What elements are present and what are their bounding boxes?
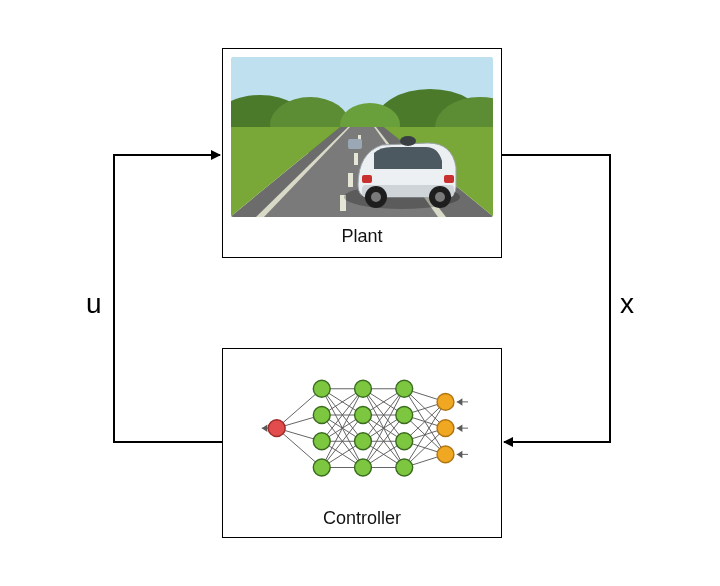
svg-point-87 bbox=[313, 459, 330, 476]
svg-rect-21 bbox=[444, 175, 454, 183]
svg-point-96 bbox=[437, 393, 454, 410]
svg-point-84 bbox=[313, 380, 330, 397]
svg-point-93 bbox=[396, 407, 413, 424]
svg-point-92 bbox=[396, 380, 413, 397]
signal-u-label: u bbox=[86, 288, 102, 320]
svg-marker-76 bbox=[262, 424, 268, 432]
plant-label: Plant bbox=[223, 226, 501, 247]
svg-rect-11 bbox=[354, 153, 358, 165]
controller-label: Controller bbox=[223, 508, 501, 529]
svg-rect-20 bbox=[362, 175, 372, 183]
controller-box: Controller bbox=[222, 348, 502, 538]
neural-net-icon bbox=[223, 355, 503, 505]
svg-point-91 bbox=[355, 459, 372, 476]
svg-point-95 bbox=[396, 459, 413, 476]
svg-point-97 bbox=[437, 420, 454, 437]
plant-box: Plant bbox=[222, 48, 502, 258]
svg-point-25 bbox=[435, 192, 445, 202]
signal-x-label: x bbox=[620, 288, 634, 320]
svg-rect-26 bbox=[348, 139, 362, 149]
svg-point-98 bbox=[437, 446, 454, 463]
svg-point-88 bbox=[355, 380, 372, 397]
svg-marker-82 bbox=[457, 451, 463, 459]
svg-point-83 bbox=[268, 420, 285, 437]
svg-rect-18 bbox=[404, 137, 412, 143]
plant-image bbox=[231, 57, 493, 217]
svg-marker-78 bbox=[457, 398, 463, 406]
svg-marker-80 bbox=[457, 424, 463, 432]
svg-point-23 bbox=[371, 192, 381, 202]
svg-point-94 bbox=[396, 433, 413, 450]
svg-point-89 bbox=[355, 407, 372, 424]
svg-point-90 bbox=[355, 433, 372, 450]
svg-rect-12 bbox=[348, 173, 353, 187]
svg-point-85 bbox=[313, 407, 330, 424]
svg-point-86 bbox=[313, 433, 330, 450]
